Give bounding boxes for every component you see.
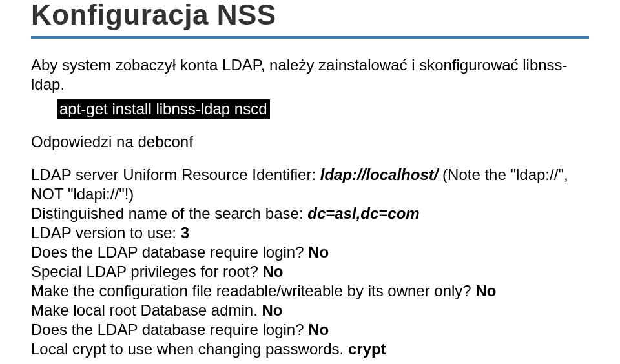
qa-line-9: Local crypt to use when changing passwor… xyxy=(31,339,589,359)
title-underline xyxy=(31,36,589,39)
qa-text: Make local root Database admin. xyxy=(31,301,262,319)
command-text: apt-get install libnss-ldap nscd xyxy=(57,99,270,119)
qa-value: No xyxy=(262,301,283,319)
qa-text: Local crypt to use when changing passwor… xyxy=(31,340,348,358)
title-block: Konfiguracja NSS xyxy=(31,0,589,39)
qa-text: LDAP version to use: xyxy=(31,224,181,241)
qa-line-1: LDAP server Uniform Resource Identifier:… xyxy=(31,165,589,204)
qa-value: dc=asl,dc=com xyxy=(307,205,419,222)
slide: Konfiguracja NSS Aby system zobaczył kon… xyxy=(0,0,620,364)
qa-value: No xyxy=(475,282,496,299)
qa-text: LDAP server Uniform Resource Identifier: xyxy=(31,166,320,183)
qa-line-4: Does the LDAP database require login? No xyxy=(31,243,589,262)
qa-value: crypt xyxy=(348,340,386,358)
qa-line-2: Distinguished name of the search base: d… xyxy=(31,204,589,223)
qa-text: Special LDAP privileges for root? xyxy=(31,263,262,280)
qa-line-3: LDAP version to use: 3 xyxy=(31,223,589,243)
qa-value: ldap://localhost/ xyxy=(320,166,439,183)
qa-line-8: Does the LDAP database require login? No xyxy=(31,320,589,339)
qa-value: 3 xyxy=(181,224,189,241)
qa-text: Does the LDAP database require login? xyxy=(31,243,308,261)
qa-value: No xyxy=(308,243,329,261)
qa-text: Does the LDAP database require login? xyxy=(31,321,308,338)
qa-text: Distinguished name of the search base: xyxy=(31,205,307,222)
qa-text: Make the configuration file readable/wri… xyxy=(31,282,475,299)
command-block: apt-get install libnss-ldap nscd xyxy=(31,99,589,119)
qa-line-7: Make local root Database admin. No xyxy=(31,301,589,320)
qa-block: LDAP server Uniform Resource Identifier:… xyxy=(31,165,589,359)
qa-line-6: Make the configuration file readable/wri… xyxy=(31,281,589,301)
slide-title: Konfiguracja NSS xyxy=(31,0,589,30)
lead-paragraph: Aby system zobaczył konta LDAP, należy z… xyxy=(31,56,589,94)
qa-value: No xyxy=(262,263,283,280)
qa-line-5: Special LDAP privileges for root? No xyxy=(31,262,589,281)
qa-value: No xyxy=(308,321,329,338)
subheading: Odpowiedzi na debconf xyxy=(31,133,589,151)
